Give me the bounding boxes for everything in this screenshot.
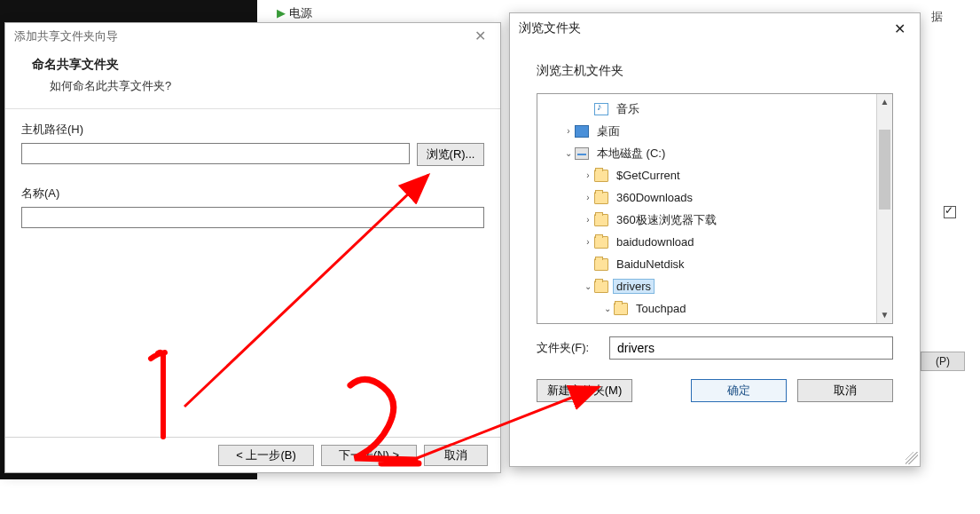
folder-name-row: 文件夹(F): bbox=[510, 324, 920, 368]
name-input[interactable] bbox=[21, 207, 484, 228]
background-text-fragment: 据 bbox=[931, 9, 943, 25]
wizard-titlebar: 添加共享文件夹向导 ✕ bbox=[5, 23, 500, 50]
folder-icon bbox=[594, 192, 608, 204]
chevron-right-icon[interactable]: › bbox=[582, 170, 594, 180]
disk-icon bbox=[575, 147, 589, 160]
folder-field-label: 文件夹(F): bbox=[537, 340, 600, 356]
tree-node-label: baidudownload bbox=[613, 235, 697, 249]
tree-node-label: BaiduNetdisk bbox=[613, 257, 688, 271]
tree-scrollbar[interactable]: ▲ ▼ bbox=[876, 94, 892, 323]
browse-subtitle: 浏览主机文件夹 bbox=[510, 43, 920, 93]
tree-node-360downloads[interactable]: ›360Downloads bbox=[537, 186, 876, 209]
chevron-right-icon[interactable]: › bbox=[582, 237, 594, 247]
music-icon bbox=[594, 103, 608, 115]
wizard-close-button[interactable]: ✕ bbox=[469, 23, 491, 50]
tree-node--[interactable]: ›桌面 bbox=[537, 120, 876, 142]
tree-node-label: 360Downloads bbox=[613, 191, 696, 204]
background-power-item: ▶电源 bbox=[277, 5, 312, 21]
wizard-body: 主机路径(H) 浏览(R)... 名称(A) bbox=[5, 109, 500, 260]
browse-titlebar: 浏览文件夹 ✕ bbox=[510, 13, 920, 43]
tree-node-label: 360极速浏览器下载 bbox=[613, 212, 720, 228]
host-path-label: 主机路径(H) bbox=[21, 122, 484, 138]
tree-node-label: $GetCurrent bbox=[613, 169, 684, 182]
obscured-checkbox[interactable] bbox=[944, 206, 956, 218]
tree-node-baidudownload[interactable]: ›baidudownload bbox=[537, 231, 876, 253]
tree-node-baidunetdisk[interactable]: BaiduNetdisk bbox=[537, 253, 876, 275]
scroll-down-arrow-icon[interactable]: ▼ bbox=[877, 307, 892, 323]
chevron-down-icon[interactable]: ⌄ bbox=[582, 281, 594, 291]
tree-node-360-[interactable]: ›360极速浏览器下载 bbox=[537, 209, 876, 231]
folder-icon bbox=[594, 170, 608, 182]
folder-icon bbox=[594, 236, 608, 249]
chevron-down-icon[interactable]: ⌄ bbox=[562, 148, 575, 158]
tree-node-label: drivers bbox=[613, 279, 655, 294]
play-icon: ▶ bbox=[277, 6, 286, 20]
tree-node-label: Touchpad bbox=[632, 302, 689, 315]
scroll-thumb[interactable] bbox=[879, 130, 890, 210]
browse-button-row: 新建文件夹(M) 确定 取消 bbox=[510, 368, 920, 402]
folder-icon bbox=[594, 214, 608, 226]
name-label: 名称(A) bbox=[21, 186, 484, 202]
wizard-heading: 命名共享文件夹 bbox=[32, 57, 474, 73]
tree-node-touchpad[interactable]: ⌄Touchpad bbox=[537, 297, 876, 320]
browse-folder-dialog: 浏览文件夹 ✕ 浏览主机文件夹 音乐›桌面⌄本地磁盘 (C:)›$GetCurr… bbox=[509, 12, 921, 467]
folder-tree-container: 音乐›桌面⌄本地磁盘 (C:)›$GetCurrent›360Downloads… bbox=[537, 93, 893, 324]
wizard-footer: < 上一步(B) 下一步(N) > 取消 bbox=[5, 437, 500, 472]
resize-grip-icon[interactable] bbox=[906, 452, 918, 464]
host-path-input[interactable] bbox=[21, 143, 410, 164]
browse-cancel-button[interactable]: 取消 bbox=[797, 379, 893, 402]
desktop-icon bbox=[575, 125, 589, 138]
chevron-right-icon[interactable]: › bbox=[582, 193, 594, 202]
tree-node--c-[interactable]: ⌄本地磁盘 (C:) bbox=[537, 142, 876, 164]
ok-button[interactable]: 确定 bbox=[691, 379, 787, 402]
next-button[interactable]: 下一步(N) > bbox=[321, 445, 417, 466]
wizard-subheading: 如何命名此共享文件夹? bbox=[32, 78, 474, 94]
back-button[interactable]: < 上一步(B) bbox=[218, 445, 314, 466]
scroll-up-arrow-icon[interactable]: ▲ bbox=[877, 94, 892, 110]
browse-close-button[interactable]: ✕ bbox=[889, 20, 911, 37]
tree-node-drivers[interactable]: ⌄drivers bbox=[537, 275, 876, 297]
wizard-header: 命名共享文件夹 如何命名此共享文件夹? bbox=[5, 50, 500, 109]
folder-tree[interactable]: 音乐›桌面⌄本地磁盘 (C:)›$GetCurrent›360Downloads… bbox=[537, 94, 876, 323]
folder-icon bbox=[594, 258, 608, 271]
wizard-cancel-button[interactable]: 取消 bbox=[424, 445, 488, 466]
chevron-right-icon[interactable]: › bbox=[582, 215, 594, 225]
tree-node--[interactable]: 音乐 bbox=[537, 98, 876, 120]
chevron-right-icon[interactable]: › bbox=[562, 126, 575, 136]
wizard-window-title: 添加共享文件夹向导 bbox=[14, 23, 118, 50]
folder-name-input[interactable] bbox=[609, 336, 893, 360]
add-shared-folder-wizard-dialog: 添加共享文件夹向导 ✕ 命名共享文件夹 如何命名此共享文件夹? 主机路径(H) … bbox=[4, 22, 501, 473]
tree-node-label: 音乐 bbox=[613, 101, 643, 117]
folder-icon bbox=[614, 303, 628, 315]
browse-button[interactable]: 浏览(R)... bbox=[417, 143, 484, 166]
obscured-p-button[interactable]: (P) bbox=[921, 352, 965, 371]
power-label: 电源 bbox=[289, 6, 312, 20]
new-folder-button[interactable]: 新建文件夹(M) bbox=[537, 379, 632, 402]
folder-icon bbox=[594, 281, 608, 293]
browse-window-title: 浏览文件夹 bbox=[519, 20, 581, 36]
tree-node-label: 桌面 bbox=[593, 123, 623, 139]
tree-node-label: 本地磁盘 (C:) bbox=[593, 146, 669, 162]
chevron-down-icon[interactable]: ⌄ bbox=[601, 304, 614, 313]
tree-node--getcurrent[interactable]: ›$GetCurrent bbox=[537, 164, 876, 186]
